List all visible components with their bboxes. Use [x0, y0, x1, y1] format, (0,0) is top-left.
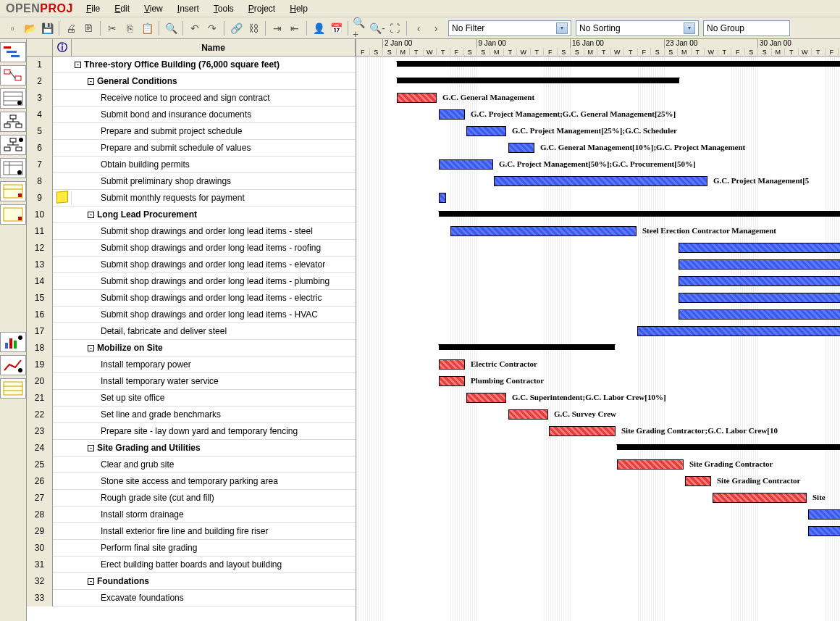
task-row[interactable]: 7Obtain building permits [27, 157, 356, 173]
copy-icon[interactable]: ⎘ [122, 20, 138, 36]
task-row[interactable]: 14Submit shop drawings and order long le… [27, 273, 356, 290]
indent-icon[interactable]: ⇥ [269, 20, 285, 36]
wbs-view-icon[interactable] [0, 112, 26, 132]
task-row[interactable]: 19Install temporary power [27, 357, 356, 373]
row-number[interactable]: 22 [27, 407, 53, 423]
row-number[interactable]: 30 [27, 540, 53, 557]
task-row[interactable]: 27Rough grade site (cut and fill) [27, 490, 356, 507]
expand-toggle-icon[interactable]: - [88, 445, 94, 451]
task-name-cell[interactable]: Submit bond and insurance documents [72, 109, 356, 120]
rbs-view-icon[interactable] [0, 135, 26, 155]
task-name-cell[interactable]: Prepare and submit schedule of values [72, 143, 356, 153]
task-name-cell[interactable]: -Foundations [72, 576, 356, 586]
task-row[interactable]: 22Set line and grade benchmarks [27, 407, 356, 423]
calendar-icon[interactable]: 📅 [328, 20, 344, 36]
summary-bar[interactable] [439, 211, 840, 217]
task-bar[interactable] [439, 359, 465, 370]
menu-file[interactable]: File [79, 1, 107, 17]
menu-insert[interactable]: Insert [170, 1, 206, 17]
task-name-cell[interactable]: -Site Grading and Utilities [72, 443, 356, 453]
task-name-cell[interactable]: Install temporary power [72, 359, 356, 370]
row-number[interactable]: 25 [27, 457, 53, 473]
task-usage-icon[interactable] [0, 181, 26, 201]
zoom-fit-icon[interactable]: ⛶ [387, 20, 403, 36]
task-row[interactable]: 18-Mobilize on Site [27, 340, 356, 357]
task-bar[interactable] [679, 293, 840, 303]
table-icon[interactable] [0, 378, 26, 399]
task-bar[interactable] [439, 376, 465, 386]
task-row[interactable]: 28Install storm drainage [27, 507, 356, 523]
row-number[interactable]: 1 [27, 57, 53, 73]
header-name[interactable]: Name [72, 39, 356, 56]
row-number[interactable]: 18 [27, 340, 53, 357]
task-name-cell[interactable]: Submit shop drawings and order long lead… [72, 259, 356, 270]
task-name-cell[interactable]: Erect building batter boards and layout … [72, 559, 356, 570]
menu-edit[interactable]: Edit [107, 1, 137, 17]
row-number[interactable]: 19 [27, 357, 53, 373]
task-name-cell[interactable]: -Three-story Office Building (76,000 squ… [72, 59, 356, 70]
row-number[interactable]: 6 [27, 140, 53, 157]
summary-bar[interactable] [439, 344, 615, 350]
save-icon[interactable]: 💾 [39, 20, 55, 36]
task-row[interactable]: 1-Three-story Office Building (76,000 sq… [27, 57, 356, 73]
task-bar[interactable] [439, 193, 446, 203]
task-name-cell[interactable]: Obtain building permits [72, 159, 356, 170]
row-number[interactable]: 26 [27, 473, 53, 490]
task-row[interactable]: 10-Long Lead Procurement [27, 207, 356, 223]
resource-usage-icon[interactable] [0, 204, 26, 225]
row-number[interactable]: 7 [27, 157, 53, 173]
gantt-chart[interactable]: 2 Jan 009 Jan 0016 Jan 0023 Jan 0030 Jan… [356, 39, 840, 621]
row-number[interactable]: 3 [27, 90, 53, 107]
summary-bar[interactable] [397, 78, 679, 83]
gantt-view-icon[interactable] [0, 42, 26, 62]
task-bar[interactable] [679, 276, 840, 286]
task-row[interactable]: 26Stone site access and temporary parkin… [27, 473, 356, 490]
row-number[interactable]: 32 [27, 573, 53, 590]
new-file-icon[interactable]: ▫ [4, 20, 20, 36]
task-row[interactable]: 17Detail, fabricate and deliver steel [27, 323, 356, 340]
task-row[interactable]: 3Receive notice to proceed and sign cont… [27, 90, 356, 107]
row-number[interactable]: 8 [27, 173, 53, 190]
task-name-cell[interactable]: Submit monthly requests for payment [72, 193, 356, 203]
zoom-out-icon[interactable]: 🔍- [369, 20, 385, 36]
task-name-cell[interactable]: Submit preliminary shop drawings [72, 176, 356, 186]
redo-icon[interactable]: ↷ [204, 20, 220, 36]
network-view-icon[interactable] [0, 65, 26, 86]
task-bar[interactable] [617, 459, 684, 470]
task-row[interactable]: 13Submit shop drawings and order long le… [27, 257, 356, 273]
row-number[interactable]: 11 [27, 223, 53, 240]
link-icon[interactable]: 🔗 [228, 20, 244, 36]
task-name-cell[interactable]: Install exterior fire line and building … [72, 526, 356, 536]
menu-project[interactable]: Project [241, 1, 282, 17]
gantt-body[interactable]: G.C. General ManagementG.C. Project Mana… [356, 57, 840, 621]
row-number[interactable]: 20 [27, 373, 53, 390]
row-number[interactable]: 23 [27, 423, 53, 440]
task-name-cell[interactable]: Clear and grub site [72, 459, 356, 470]
task-name-cell[interactable]: Detail, fabricate and deliver steel [72, 326, 356, 336]
task-bar[interactable] [508, 409, 548, 420]
print-preview-icon[interactable]: 🖹 [80, 20, 96, 36]
task-row[interactable]: 2-General Conditions [27, 73, 356, 90]
task-name-cell[interactable]: Set up site office [72, 393, 356, 403]
menu-help[interactable]: Help [282, 1, 315, 17]
task-name-cell[interactable]: Install temporary water service [72, 376, 356, 386]
task-row[interactable]: 33Excavate foundations [27, 590, 356, 607]
row-number[interactable]: 17 [27, 323, 53, 340]
task-row[interactable]: 29Install exterior fire line and buildin… [27, 523, 356, 540]
task-bar[interactable] [679, 243, 840, 253]
task-row[interactable]: 30Perform final site grading [27, 540, 356, 557]
task-row[interactable]: 20Install temporary water service [27, 373, 356, 390]
undo-icon[interactable]: ↶ [187, 20, 203, 36]
task-name-cell[interactable]: Submit shop drawings and order long lead… [72, 243, 356, 253]
row-number[interactable]: 31 [27, 557, 53, 573]
row-number[interactable]: 21 [27, 390, 53, 407]
find-icon[interactable]: 🔍 [163, 20, 179, 36]
task-bar[interactable] [397, 93, 437, 103]
task-row[interactable]: 11Submit shop drawings and order long le… [27, 223, 356, 240]
print-icon[interactable]: 🖨 [63, 20, 79, 36]
task-row[interactable]: 32-Foundations [27, 573, 356, 590]
histogram-icon[interactable] [0, 332, 26, 352]
task-bar[interactable] [549, 426, 616, 436]
task-row[interactable]: 23Prepare site - lay down yard and tempo… [27, 423, 356, 440]
task-bar[interactable] [466, 126, 506, 136]
